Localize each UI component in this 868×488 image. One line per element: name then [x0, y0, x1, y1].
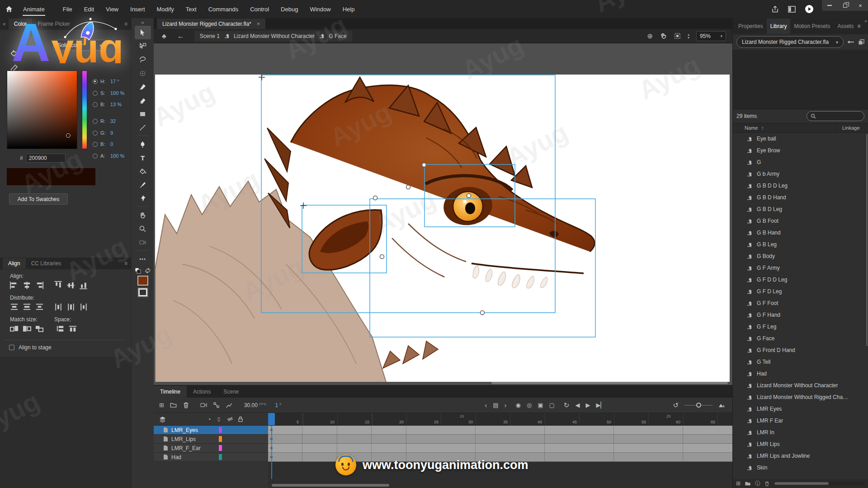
menu-item[interactable]: Animate: [17, 0, 51, 18]
fill-bucket-icon[interactable]: [10, 50, 19, 57]
library-item-row[interactable]: G F Leg: [733, 321, 868, 333]
green-value[interactable]: 9: [110, 130, 113, 136]
layer-frames-row[interactable]: [268, 435, 732, 444]
library-item-row[interactable]: Had: [733, 368, 868, 380]
layer-row[interactable]: LMR_Lips: [154, 435, 268, 444]
item-properties-icon[interactable]: ⓘ: [755, 480, 760, 488]
subselection-tool[interactable]: [135, 39, 151, 53]
library-item-row[interactable]: G F D D Leg: [733, 274, 868, 286]
tab-properties[interactable]: Properties: [735, 19, 767, 34]
timeline-horizontal-scrollbar[interactable]: [272, 484, 389, 487]
fit-timeline-icon[interactable]: [718, 402, 725, 408]
fill-color-swatch[interactable]: [137, 276, 148, 286]
green-radio[interactable]: [93, 131, 98, 136]
menu-item[interactable]: View: [100, 0, 124, 18]
breadcrumb-symbol[interactable]: Lizard Monster Without Character: [234, 33, 315, 39]
align-bottom-icon[interactable]: [79, 279, 89, 291]
distribute-middle-icon[interactable]: [21, 302, 33, 312]
stroke-color-swatch[interactable]: [138, 288, 147, 296]
library-item-row[interactable]: LMR Lips and Jowline: [733, 450, 868, 462]
library-item-row[interactable]: G F D Leg: [733, 286, 868, 297]
workspace-icon[interactable]: [788, 6, 796, 13]
brightness-radio[interactable]: [93, 102, 98, 107]
distribute-bottom-icon[interactable]: [33, 302, 45, 312]
outline-view-icon[interactable]: ▯: [217, 416, 220, 422]
default-colors-icon[interactable]: [135, 267, 141, 274]
menu-item[interactable]: Text: [180, 0, 203, 18]
library-vertical-scrollbar[interactable]: [866, 134, 868, 346]
close-button[interactable]: ×: [853, 0, 868, 11]
saturation-brightness-picker[interactable]: [7, 70, 77, 149]
share-icon[interactable]: [771, 5, 779, 13]
collapse-panel-icon[interactable]: «: [0, 21, 9, 27]
library-item-row[interactable]: G Face: [733, 333, 868, 344]
tab-cc-libraries[interactable]: CC Libraries: [26, 258, 67, 269]
frame-ruler[interactable]: 1s 2s 5101520253035404550556065: [268, 413, 732, 426]
tab-assets[interactable]: Assets: [834, 19, 857, 34]
lasso-tool[interactable]: [135, 53, 151, 66]
library-item-row[interactable]: Skin: [733, 462, 868, 474]
breadcrumb-current-symbol[interactable]: G Face: [329, 33, 346, 39]
restore-button[interactable]: [837, 0, 853, 11]
eraser-tool[interactable]: [135, 94, 151, 107]
layer-color-swatch[interactable]: [219, 445, 222, 451]
column-divider[interactable]: [837, 123, 837, 132]
paint-bucket-tool[interactable]: [135, 164, 151, 178]
reset-timeline-zoom-icon[interactable]: ↺: [673, 401, 679, 409]
color-picker-handle[interactable]: [66, 133, 71, 138]
back-arrow-icon[interactable]: ←: [177, 32, 184, 40]
menu-item[interactable]: Help: [337, 0, 361, 18]
current-frame-value[interactable]: 1: [275, 402, 278, 408]
tab-motion-presets[interactable]: Motion Presets: [790, 19, 834, 34]
blue-radio[interactable]: [93, 142, 98, 147]
add-to-swatches-button[interactable]: Add To Swatches: [9, 193, 68, 205]
panel-menu-icon[interactable]: ≡: [124, 260, 127, 267]
library-item-row[interactable]: G Tell: [733, 356, 868, 368]
breadcrumb-scene[interactable]: Scene 1: [200, 33, 220, 39]
match-width-icon[interactable]: [8, 324, 20, 333]
library-item-row[interactable]: Lizard Monster Without Character: [733, 380, 868, 391]
stage[interactable]: [155, 75, 730, 382]
close-tab-icon[interactable]: ×: [257, 20, 260, 27]
step-down-icon[interactable]: ▾: [688, 36, 689, 39]
saturation-radio[interactable]: [93, 91, 98, 96]
canvas-horizontal-scrollbar[interactable]: [491, 382, 728, 384]
library-item-row[interactable]: G F Hand: [733, 309, 868, 321]
playhead[interactable]: [268, 413, 275, 425]
alpha-radio[interactable]: [93, 154, 98, 159]
tab-frame-picker[interactable]: Frame Picker: [32, 19, 75, 29]
library-item-row[interactable]: G B D D Leg: [733, 180, 868, 192]
layer-color-swatch[interactable]: [219, 436, 222, 442]
test-movie-icon[interactable]: [805, 5, 814, 14]
library-bottom-scrollbar[interactable]: [774, 482, 865, 485]
zoom-stepper[interactable]: ▴ ▾: [688, 33, 689, 39]
panel-menu-icon[interactable]: ≡: [124, 21, 127, 27]
menu-item[interactable]: Debug: [275, 0, 304, 18]
edit-scene-icon[interactable]: ♣: [162, 32, 166, 40]
zoom-tool[interactable]: [135, 222, 151, 235]
red-value[interactable]: 32: [110, 118, 116, 124]
layer-frames-row[interactable]: [268, 426, 732, 435]
brightness-value[interactable]: 13 %: [110, 102, 122, 107]
menu-item[interactable]: Insert: [124, 0, 151, 18]
hue-slider[interactable]: [82, 70, 87, 149]
show-all-layers-icon[interactable]: •: [209, 416, 211, 422]
alpha-value[interactable]: 100 %: [110, 153, 124, 159]
menu-item[interactable]: Edit: [78, 0, 100, 18]
sort-ascending-icon[interactable]: ↑: [761, 125, 764, 131]
match-both-icon[interactable]: [33, 324, 45, 333]
new-library-panel-icon[interactable]: [858, 39, 864, 45]
home-icon[interactable]: [5, 5, 13, 13]
library-item-row[interactable]: LMR Lips: [733, 438, 868, 450]
distribute-left-icon[interactable]: [53, 301, 63, 313]
saturation-value[interactable]: 100 %: [110, 90, 124, 96]
menu-item[interactable]: Commands: [203, 0, 244, 18]
new-symbol-icon[interactable]: ⊞: [736, 480, 741, 487]
library-document-dropdown[interactable]: Lizard Monster Rigged Character.fla ▾: [736, 36, 844, 48]
layer-row[interactable]: LMR_Eyes: [154, 426, 268, 435]
hue-radio[interactable]: [93, 79, 98, 84]
menu-item[interactable]: Control: [244, 0, 275, 18]
tab-library[interactable]: Library: [767, 19, 791, 34]
align-top-icon[interactable]: [53, 279, 63, 291]
library-item-row[interactable]: G F Army: [733, 262, 868, 274]
